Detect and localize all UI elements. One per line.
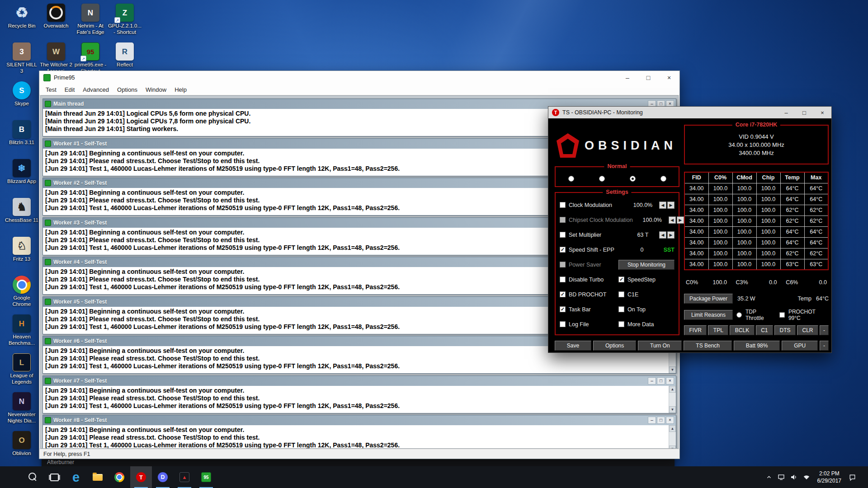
throttlestop-titlebar[interactable]: TS - OBSIDIAN-PC - Monitoring – □ × <box>548 107 831 118</box>
spin-decrease-button[interactable]: ◀ <box>659 202 666 209</box>
menu-help[interactable]: Help <box>170 86 191 93</box>
checkbox-chipset-clock-modulation[interactable] <box>560 217 566 223</box>
desktop-icon-heaven[interactable]: HHeaven Benchma... <box>5 314 39 352</box>
checkbox-set-multiplier[interactable] <box>560 232 566 238</box>
package-power-button[interactable]: Package Power <box>684 294 733 304</box>
options-button[interactable]: Options <box>593 341 636 351</box>
taskbar-search-button[interactable] <box>22 466 43 488</box>
taskbar-afterburner-button[interactable] <box>174 466 195 488</box>
child-scrollbar[interactable]: ▲▼ <box>669 386 676 413</box>
ts-bench-button[interactable]: TS Bench <box>684 341 731 351</box>
desktop-icon-skype[interactable]: SSkype <box>5 81 39 119</box>
minimize-button[interactable]: – <box>777 107 795 118</box>
close-button[interactable]: × <box>659 71 679 84</box>
save-button[interactable]: Save <box>555 341 591 351</box>
child-close-button[interactable]: × <box>666 417 674 424</box>
taskbar-start-button[interactable] <box>0 466 22 488</box>
dts-button[interactable]: DTS <box>774 325 796 335</box>
menu-window[interactable]: Window <box>142 86 170 93</box>
scroll-down-button[interactable]: ▼ <box>669 366 676 373</box>
action-center-icon[interactable] <box>849 474 856 481</box>
desktop-icon-oblivion[interactable]: OOblivion <box>5 431 39 469</box>
taskbar-task-view-button[interactable] <box>43 466 65 488</box>
misc-button[interactable]: - <box>820 341 829 351</box>
desktop-icon-gpuz[interactable]: Z↗GPU-Z.2.1.0... - Shortcut <box>108 4 142 42</box>
scroll-up-button[interactable]: ▲ <box>669 425 676 432</box>
child-minimize-button[interactable]: – <box>648 377 656 385</box>
misc-button[interactable]: - <box>820 325 829 335</box>
menu-options[interactable]: Options <box>113 86 142 93</box>
scroll-up-button[interactable]: ▲ <box>669 386 676 393</box>
taskbar-file-explorer-button[interactable] <box>87 466 108 488</box>
spin-increase-button[interactable]: ▶ <box>667 231 675 239</box>
scroll-down-button[interactable]: ▼ <box>669 406 676 413</box>
c1-button[interactable]: C1 <box>756 325 773 335</box>
prochot-checkbox[interactable] <box>779 312 785 318</box>
checkbox-c1e[interactable] <box>618 291 624 297</box>
checkbox-log-file[interactable] <box>560 321 566 327</box>
checkbox-speed-shift-epp[interactable] <box>560 247 566 253</box>
minimize-button[interactable]: – <box>617 71 638 84</box>
taskbar-chrome-button[interactable] <box>108 466 130 488</box>
checkbox-speedstep[interactable] <box>618 277 624 282</box>
menu-edit[interactable]: Edit <box>61 86 79 93</box>
desktop-icon-chessbase[interactable]: ♞ChessBase 11 <box>5 198 39 236</box>
gpu-button[interactable]: GPU <box>782 341 818 351</box>
desktop-icon-recycle-bin[interactable]: ♻Recycle Bin <box>5 4 39 42</box>
profile-radio-3[interactable] <box>630 176 636 182</box>
desktop-icon-neverwinter[interactable]: NNeverwinter Nights Dia... <box>5 392 39 430</box>
network-icon[interactable] <box>803 474 810 481</box>
child-titlebar-worker-7[interactable]: Worker #7 - Self-Test–□× <box>43 376 676 386</box>
desktop-icon-nehrim[interactable]: NNehrim - At Fate's Edge <box>73 4 108 42</box>
profile-radio-4[interactable] <box>660 176 666 182</box>
spin-increase-button[interactable]: ▶ <box>667 202 675 209</box>
taskbar-edge-button[interactable] <box>65 466 87 488</box>
checkbox-bd-prochot[interactable] <box>560 291 566 297</box>
desktop-icon-fritz13[interactable]: ♘Fritz 13 <box>5 237 39 275</box>
checkbox-clock-modulation[interactable] <box>560 202 566 208</box>
spin-decrease-button[interactable]: ◀ <box>669 216 676 224</box>
stop-monitoring-button[interactable]: Stop Monitoring <box>618 260 675 270</box>
desktop-icon-blizzard[interactable]: ❄Blizzard App <box>5 159 39 197</box>
limit-reasons-button[interactable]: Limit Reasons <box>684 310 733 320</box>
maximize-button[interactable]: □ <box>795 107 813 118</box>
profile-radio-2[interactable] <box>599 176 605 182</box>
child-restore-button[interactable]: □ <box>657 417 665 424</box>
taskbar-discord-button[interactable] <box>152 466 174 488</box>
child-minimize-button[interactable]: – <box>648 417 656 424</box>
maximize-button[interactable]: □ <box>638 71 659 84</box>
checkbox-more-data[interactable] <box>618 321 624 327</box>
child-titlebar-worker-8[interactable]: Worker #8 - Self-Test–□× <box>43 415 676 425</box>
turn-on-button[interactable]: Turn On <box>638 341 682 351</box>
taskbar-clock[interactable]: 2:02 PM 6/29/2017 <box>816 470 843 484</box>
tpl-button[interactable]: TPL <box>708 325 728 335</box>
checkbox-power-saver[interactable] <box>560 262 566 267</box>
batt-98-button[interactable]: Batt 98% <box>734 341 780 351</box>
desktop-icon-chrome[interactable]: Google Chrome <box>5 276 39 314</box>
checkbox-disable-turbo[interactable] <box>560 277 566 282</box>
desktop-icon-overwatch[interactable]: Overwatch <box>39 4 73 42</box>
desktop-icon-silent-hill-3[interactable]: 3SILENT HILL 3 <box>5 42 39 80</box>
menu-advanced[interactable]: Advanced <box>79 86 113 93</box>
display-tray-icon[interactable] <box>778 474 785 481</box>
spin-decrease-button[interactable]: ◀ <box>659 231 666 239</box>
hidden-icons-chevron[interactable] <box>766 474 772 480</box>
fivr-button[interactable]: FIVR <box>684 325 707 335</box>
scroll-down-button[interactable]: ▼ <box>669 446 676 449</box>
taskbar-throttlestop-button[interactable] <box>130 466 152 488</box>
volume-icon[interactable] <box>790 474 797 481</box>
child-scrollbar[interactable]: ▲▼ <box>669 425 676 449</box>
spin-increase-button[interactable]: ▶ <box>677 216 684 224</box>
clr-button[interactable]: CLR <box>797 325 818 335</box>
child-restore-button[interactable]: □ <box>657 377 665 385</box>
menu-test[interactable]: Test <box>42 86 61 93</box>
prime95-titlebar[interactable]: Prime95 – □ × <box>39 71 679 84</box>
checkbox-on-top[interactable] <box>618 306 624 312</box>
checkbox-task-bar[interactable] <box>560 306 566 312</box>
desktop-icon-blitzin[interactable]: BBlitzIn 3.11 <box>5 120 39 158</box>
profile-radio-1[interactable] <box>568 176 574 182</box>
child-close-button[interactable]: × <box>666 377 674 385</box>
bclk-button[interactable]: BCLK <box>730 325 754 335</box>
taskbar-prime95-button[interactable] <box>195 466 217 488</box>
close-button[interactable]: × <box>813 107 831 118</box>
